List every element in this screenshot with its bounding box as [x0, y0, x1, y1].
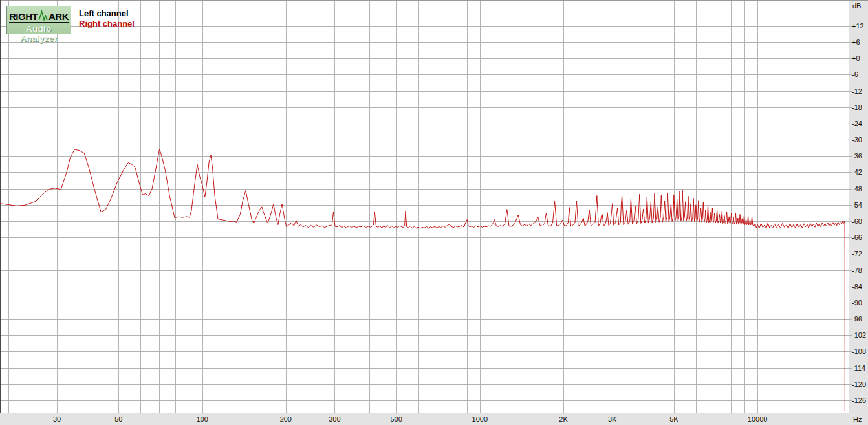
plot-background	[0, 0, 868, 425]
logo-wordmark: RIGHTARK	[9, 8, 69, 23]
y-tick-label: -96	[852, 315, 862, 323]
spectrum-plot: dB+12+6+0-6-12-18-24-30-36-42-48-54-60-6…	[0, 0, 868, 425]
x-axis-strip	[0, 413, 868, 425]
logo-subtitle: Audio Analyzer	[9, 24, 69, 43]
x-tick-label: 2K	[559, 415, 568, 423]
y-tick-label: +6	[852, 38, 860, 46]
y-tick-label: +0	[852, 54, 860, 62]
x-axis-unit-label: Hz	[853, 415, 862, 423]
y-tick-label: -36	[852, 152, 862, 160]
logo-brand-right: ARK	[49, 11, 69, 22]
y-tick-label: -126	[852, 397, 866, 404]
y-axis-unit-label: dB	[852, 2, 861, 10]
y-tick-label: -108	[852, 347, 866, 355]
channel-legend: Left channel Right channel	[79, 8, 135, 29]
x-tick-label: 300	[329, 415, 340, 423]
x-tick-label: 30	[53, 415, 61, 423]
y-tick-label: -90	[852, 299, 862, 307]
y-tick-label: -18	[852, 104, 862, 111]
logo-brand-left: RIGHT	[9, 11, 38, 22]
y-tick-label: -84	[852, 283, 862, 290]
x-tick-label: 100	[196, 415, 208, 423]
y-tick-label: -6	[852, 71, 858, 78]
x-tick-label: 3K	[608, 415, 617, 423]
y-tick-label: -114	[852, 364, 865, 372]
y-tick-label: -66	[852, 234, 862, 241]
y-tick-label: -42	[852, 168, 862, 176]
y-tick-label: -60	[852, 217, 862, 225]
y-tick-label: -48	[852, 185, 862, 193]
rightmark-logo: RIGHTARK Audio Analyzer	[6, 6, 71, 34]
x-tick-label: 10000	[748, 415, 768, 423]
pulse-waveform-icon	[38, 10, 49, 21]
legend-right-channel: Right channel	[79, 19, 135, 29]
x-tick-label: 50	[114, 415, 122, 423]
y-tick-label: +12	[852, 22, 864, 30]
y-tick-label: -54	[852, 201, 862, 209]
x-tick-label: 5K	[669, 415, 678, 423]
rmaa-spectrum-window: dB+12+6+0-6-12-18-24-30-36-42-48-54-60-6…	[0, 0, 868, 425]
y-tick-label: -12	[852, 87, 862, 95]
y-tick-label: -30	[852, 136, 862, 144]
x-tick-label: 1000	[472, 415, 488, 423]
y-tick-label: -24	[852, 120, 862, 127]
legend-left-channel: Left channel	[79, 8, 135, 19]
y-tick-label: -72	[852, 250, 862, 257]
y-tick-label: -120	[852, 380, 866, 388]
y-tick-label: -78	[852, 267, 862, 274]
y-tick-label: -102	[852, 331, 866, 339]
x-tick-label: 500	[390, 415, 402, 423]
x-tick-label: 200	[280, 415, 292, 423]
